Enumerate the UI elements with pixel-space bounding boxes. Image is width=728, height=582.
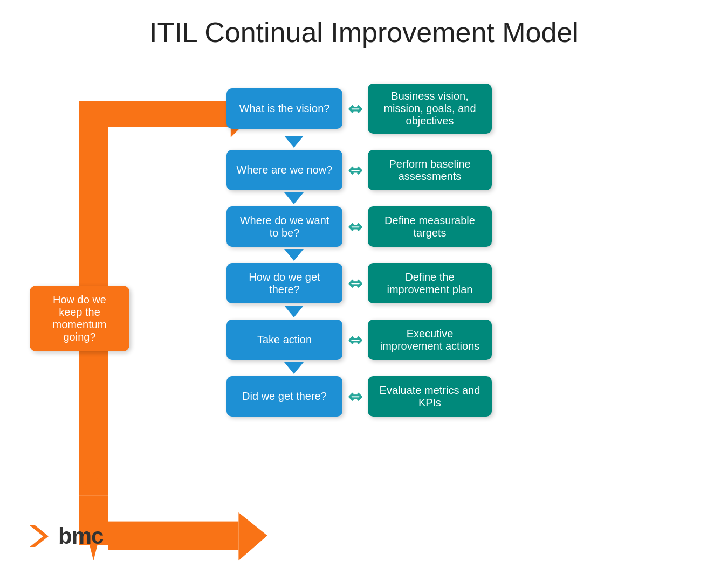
bmc-logo: bmc — [27, 523, 103, 550]
flow-box-action: Take action — [226, 320, 342, 360]
right-label-how: Define the improvement plan — [376, 271, 484, 296]
flow-box-result: Did we get there? — [226, 376, 342, 417]
flow-label-vision: What is the vision? — [239, 102, 330, 115]
flow-label-target: Where do we want to be? — [235, 214, 334, 239]
arrow-action: ⇔ — [348, 330, 362, 350]
flow-box-vision: What is the vision? — [226, 88, 342, 129]
momentum-label: How do we keep the momentum going? — [52, 294, 106, 343]
right-label-target: Define measurable targets — [376, 214, 484, 239]
rows-container: What is the vision? ⇔ Business vision, m… — [226, 84, 492, 417]
arrow-how: ⇔ — [348, 273, 362, 294]
down-arrow-shape-5 — [284, 362, 304, 374]
down-arrow-4 — [226, 303, 304, 320]
down-arrow-1 — [226, 134, 304, 150]
row-now: Where are we now? ⇔ Perform baseline ass… — [226, 150, 492, 190]
down-arrow-shape-2 — [284, 192, 304, 204]
row-target: Where do we want to be? ⇔ Define measura… — [226, 206, 492, 247]
flow-box-how: How do we get there? — [226, 263, 342, 303]
flow-label-action: Take action — [257, 334, 312, 346]
row-how: How do we get there? ⇔ Define the improv… — [226, 263, 492, 303]
page-title: ITIL Continual Improvement Model — [0, 0, 728, 48]
arrow-result: ⇔ — [348, 386, 362, 407]
svg-marker-4 — [238, 512, 267, 560]
right-label-result: Evaluate metrics and KPIs — [376, 384, 484, 409]
flow-label-result: Did we get there? — [242, 390, 327, 403]
bmc-wordmark: bmc — [58, 523, 103, 549]
flow-box-now: Where are we now? — [226, 150, 342, 190]
right-box-how: Define the improvement plan — [368, 263, 492, 303]
down-arrow-3 — [226, 247, 304, 263]
right-box-vision: Business vision, mission, goals, and obj… — [368, 84, 492, 134]
flow-box-target: Where do we want to be? — [226, 206, 342, 247]
svg-marker-5 — [79, 472, 108, 496]
right-label-now: Perform baseline assessments — [376, 158, 484, 183]
right-box-target: Define measurable targets — [368, 206, 492, 247]
down-arrow-5 — [226, 360, 304, 376]
svg-rect-3 — [108, 522, 238, 550]
down-arrow-2 — [226, 190, 304, 206]
flow-label-how: How do we get there? — [235, 271, 334, 296]
down-arrow-shape-4 — [284, 306, 304, 317]
right-box-action: Executive improvement actions — [368, 320, 492, 360]
main-content: What is the vision? ⇔ Business vision, m… — [0, 54, 728, 566]
flow-label-now: Where are we now? — [237, 164, 333, 176]
right-box-result: Evaluate metrics and KPIs — [368, 376, 492, 417]
arrow-target: ⇔ — [348, 217, 362, 237]
arrow-now: ⇔ — [348, 160, 362, 181]
down-arrow-shape-1 — [284, 136, 304, 148]
right-label-action: Executive improvement actions — [376, 328, 484, 352]
right-box-now: Perform baseline assessments — [368, 150, 492, 190]
svg-marker-6 — [30, 525, 49, 547]
arrow-vision: ⇔ — [348, 99, 362, 119]
bmc-chevron-icon — [27, 523, 54, 550]
momentum-box: How do we keep the momentum going? — [30, 286, 129, 351]
row-action: Take action ⇔ Executive improvement acti… — [226, 320, 492, 360]
right-label-vision: Business vision, mission, goals, and obj… — [376, 90, 484, 127]
down-arrow-shape-3 — [284, 249, 304, 261]
row-result: Did we get there? ⇔ Evaluate metrics and… — [226, 376, 492, 417]
row-vision: What is the vision? ⇔ Business vision, m… — [226, 84, 492, 134]
